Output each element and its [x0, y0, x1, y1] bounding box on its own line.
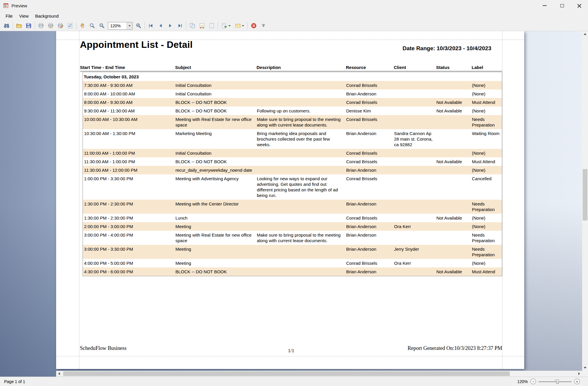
- print-button[interactable]: [36, 21, 46, 30]
- cell-time: 9:30:00 AM - 11:30:00 AM: [83, 107, 175, 115]
- zoom-slider-thumb[interactable]: [556, 379, 559, 384]
- table-row: 3:00:00 PM - 4:00:00 PMMeeting with Real…: [83, 231, 502, 245]
- cell-status: [436, 231, 472, 245]
- cell-client: Sandra Cannon Ap 28 main st. Corona, ca …: [394, 129, 436, 149]
- save-button[interactable]: [24, 21, 33, 30]
- cell-client: [394, 200, 436, 214]
- stop-icon: [251, 23, 257, 29]
- cell-time: 2:00:00 PM - 3:00:00 PM: [83, 222, 175, 231]
- cell-time: 1:30:00 PM - 2:30:00 PM: [83, 200, 175, 214]
- page-color-button[interactable]: [197, 21, 207, 30]
- window-controls: [536, 0, 588, 11]
- scroll-right-icon[interactable]: [576, 371, 582, 377]
- cell-time: 1:00:00 PM - 3:30:00 PM: [83, 174, 175, 200]
- first-page-button[interactable]: [146, 21, 156, 30]
- left-margin-guide: [79, 31, 79, 369]
- last-page-button[interactable]: [175, 21, 185, 30]
- cell-client: [394, 166, 436, 174]
- scroll-down-icon[interactable]: [582, 365, 588, 371]
- printer-icon: [38, 23, 44, 29]
- open-button[interactable]: [14, 21, 24, 30]
- table-row: 3:00:00 PM - 3:30:00 PMMeetingBrian Ande…: [83, 245, 502, 259]
- watermark-button[interactable]: A: [207, 21, 217, 30]
- statusbar-zoom-value: 120%: [517, 379, 528, 384]
- page-setup-button[interactable]: [56, 21, 65, 30]
- zoom-slider-tick: [555, 379, 555, 381]
- magnifier-button[interactable]: [87, 21, 97, 30]
- table-row: 8:00:00 AM - 10:00:00 AMInitial Consulta…: [83, 90, 502, 98]
- zoom-combo-dropdown[interactable]: [127, 22, 132, 29]
- cell-client: [394, 81, 436, 90]
- table-row: 9:30:00 AM - 11:30:00 AMBLOCK -- DO NOT …: [83, 107, 502, 115]
- send-email-button[interactable]: [233, 21, 246, 30]
- chevron-down-icon: [242, 25, 244, 26]
- cell-subject: Lunch: [175, 214, 257, 222]
- footer-page-number: 1/1: [221, 345, 361, 354]
- zoom-out-button[interactable]: [97, 21, 107, 30]
- cell-resource: Brian Anderson: [346, 90, 394, 98]
- cell-resource: Brian Anderson: [346, 267, 394, 276]
- scale-button[interactable]: [65, 21, 75, 30]
- cell-subject: Marketing Meeting: [175, 129, 257, 149]
- toolbar-options-button[interactable]: [259, 21, 268, 30]
- search-button[interactable]: [2, 21, 11, 30]
- cell-status: [436, 174, 472, 200]
- zoom-slider[interactable]: [539, 379, 572, 385]
- hand-tool-button[interactable]: [78, 21, 87, 30]
- minimize-button[interactable]: [536, 0, 553, 11]
- zoom-level-combo[interactable]: 120%: [108, 22, 133, 30]
- menu-item-background[interactable]: Background: [32, 12, 62, 20]
- cell-description: [257, 259, 346, 267]
- table-row: 1:30:00 PM - 2:30:00 PMMeeting with the …: [83, 200, 502, 214]
- zoom-slider-track[interactable]: [539, 381, 572, 382]
- app-icon: [3, 3, 9, 9]
- export-document-button[interactable]: [219, 21, 233, 30]
- previous-page-button[interactable]: [156, 21, 165, 30]
- cell-subject: Meeting with Real Estate for new office …: [175, 231, 257, 245]
- toolbar-separator: [13, 22, 13, 29]
- next-page-button[interactable]: [165, 21, 175, 30]
- cell-subject: BLOCK -- DO NOT BOOK: [175, 107, 257, 115]
- cell-label: Must Attend: [472, 157, 502, 166]
- column-header-5: Client: [394, 63, 436, 70]
- statusbar-zoom-in-button[interactable]: +: [574, 379, 580, 384]
- close-button[interactable]: [571, 0, 588, 11]
- quick-print-button[interactable]: [46, 21, 56, 30]
- cell-client: [394, 107, 436, 115]
- multiple-pages-button[interactable]: [187, 21, 197, 30]
- cell-description: Make sure to bring proposal to the meeti…: [257, 231, 346, 245]
- cell-status: Not Available: [436, 98, 472, 107]
- vertical-scroll-thumb[interactable]: [583, 169, 587, 220]
- cell-status: Not Available: [436, 157, 472, 166]
- toolbar-separator: [186, 22, 186, 29]
- cell-description: [257, 149, 346, 157]
- cell-description: [257, 98, 346, 107]
- menu-item-file[interactable]: File: [2, 12, 16, 20]
- cell-subject: Initial Consultation: [175, 149, 257, 157]
- scroll-left-icon[interactable]: [56, 371, 62, 377]
- close-preview-button[interactable]: [249, 21, 259, 30]
- table-row: 11:30:00 AM - 12:00:00 PMrecur_daily_eve…: [83, 166, 502, 174]
- cell-status: [436, 222, 472, 231]
- menu-item-view[interactable]: View: [16, 12, 32, 20]
- binoculars-icon: [4, 23, 10, 29]
- scroll-up-icon[interactable]: [582, 31, 588, 37]
- watermark-icon: A: [209, 23, 215, 29]
- maximize-button[interactable]: [553, 0, 571, 11]
- cell-status: Not Available: [436, 107, 472, 115]
- table-row: 1:00:00 PM - 3:30:00 PMMeeting with Adve…: [83, 174, 502, 200]
- email-icon: [235, 23, 241, 29]
- column-header-2: Subject: [175, 63, 257, 70]
- horizontal-scrollbar[interactable]: [56, 371, 582, 377]
- toolbar-overflow-icon: [260, 23, 267, 29]
- cell-resource: Brian Anderson: [346, 231, 394, 245]
- zoom-in-button[interactable]: [134, 21, 143, 30]
- zoom-in-icon: [135, 23, 142, 29]
- toolbar-separator: [145, 22, 145, 29]
- vertical-scrollbar[interactable]: [582, 31, 588, 371]
- horizontal-scroll-thumb[interactable]: [63, 371, 510, 376]
- cell-time: 10:00:00 AM - 10:30:00 AM: [83, 115, 175, 129]
- cell-status: [436, 200, 472, 214]
- cell-client: [394, 149, 436, 157]
- statusbar-zoom-out-button[interactable]: −: [530, 379, 536, 384]
